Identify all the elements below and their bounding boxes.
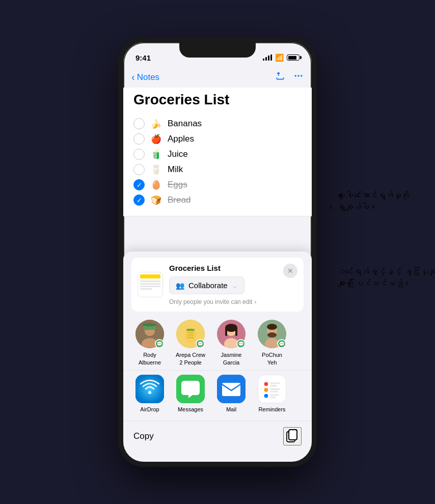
battery-fill — [288, 56, 296, 60]
svg-point-19 — [192, 334, 194, 336]
contact-badge-rody: 💬 — [155, 339, 164, 348]
svg-point-20 — [187, 337, 189, 339]
contact-item-jasmine[interactable]: 💬 JasmineGarcia — [213, 320, 250, 366]
svg-rect-45 — [270, 391, 278, 393]
item-text-bread: Bread — [168, 195, 191, 205]
svg-point-9 — [143, 323, 157, 326]
contact-item-rody[interactable]: 💬 RodyAlbuerne — [131, 320, 168, 366]
svg-point-18 — [189, 334, 192, 336]
note-thumbnail — [138, 272, 163, 297]
app-name-mail: Mail — [226, 406, 236, 412]
svg-rect-42 — [270, 385, 277, 386]
checkbox-milk[interactable] — [133, 164, 145, 175]
app-item-airdrop[interactable]: AirDrop — [131, 375, 168, 412]
app-item-messages[interactable]: Messages — [172, 375, 209, 412]
checklist-item-milk: 🥛 Milk — [133, 162, 302, 177]
contact-name-jasmine: JasmineGarcia — [221, 351, 242, 366]
item-emoji-bananas: 🍌 — [151, 119, 161, 129]
checklist-item-juice: 🧃 Juice — [133, 147, 302, 162]
share-card-info: Groceries List 👥 Collaborate ⌄ Only peop… — [169, 264, 297, 305]
svg-rect-41 — [270, 382, 280, 384]
annotation-1: ပူးပေါင်းဆောင်ရွက်မှုကိုရွေးချယ်ပါ။ — [337, 190, 409, 213]
wifi-icon: 📶 — [275, 53, 284, 62]
svg-point-46 — [264, 394, 268, 398]
svg-point-16 — [192, 331, 194, 333]
collaborate-section: 👥 Collaborate ⌄ — [169, 276, 297, 294]
share-button[interactable] — [275, 71, 285, 83]
signal-bar-2 — [265, 57, 267, 61]
apps-row: AirDrop Messages — [123, 370, 312, 421]
annotation-text-1: ပူးပေါင်းဆောင်ရွက်မှုကိုရွေးချယ်ပါ။ — [337, 190, 409, 213]
svg-point-2 — [301, 75, 302, 76]
signal-bar-4 — [270, 54, 272, 61]
svg-rect-44 — [270, 388, 280, 390]
note-content: Groceries List 🍌 Bananas 🍎 Apples 🧃 Juic… — [123, 88, 312, 216]
chevron-down-icon: ⌄ — [232, 282, 238, 290]
thumbnail-title-bar — [140, 274, 160, 278]
messages-icon — [176, 375, 205, 403]
collaborate-button[interactable]: 👥 Collaborate ⌄ — [169, 276, 244, 294]
contact-badge-jasmine: 💬 — [236, 339, 246, 348]
svg-point-1 — [297, 75, 299, 76]
signal-bar-3 — [268, 55, 269, 61]
checkbox-eggs[interactable]: ✓ — [133, 179, 145, 190]
svg-point-0 — [295, 75, 296, 76]
checkbox-juice[interactable] — [133, 149, 145, 160]
share-card-title: Groceries List — [169, 264, 297, 272]
copy-icon-button[interactable] — [283, 427, 302, 445]
mail-icon — [217, 375, 246, 403]
item-emoji-juice: 🧃 — [151, 149, 161, 160]
svg-rect-38 — [222, 383, 240, 396]
contact-badge-pochun: 💬 — [277, 339, 286, 348]
thumbnail-line-3 — [140, 286, 160, 287]
nav-bar: ‹ Notes — [123, 68, 312, 88]
item-text-bananas: Bananas — [168, 119, 202, 129]
nav-right-icons — [275, 71, 304, 83]
permissions-chevron-icon: › — [254, 298, 256, 305]
more-button[interactable] — [293, 71, 304, 83]
svg-point-17 — [187, 334, 189, 336]
contact-item-pochun[interactable]: 💬 PoChunYeh — [254, 320, 290, 366]
nav-back-button[interactable]: ‹ Notes — [131, 71, 159, 83]
app-name-reminders: Reminders — [258, 406, 285, 412]
contact-badge-arepa: 💬 — [196, 339, 205, 348]
share-sheet: Groceries List 👥 Collaborate ⌄ Only peop… — [123, 251, 312, 462]
thumbnail-line-2 — [140, 283, 160, 285]
bottom-bar: Copy — [123, 421, 312, 452]
contact-name-arepa: Arepa Crew2 People — [176, 351, 205, 366]
svg-point-40 — [264, 382, 268, 386]
svg-point-35 — [148, 391, 151, 394]
airdrop-icon — [135, 375, 164, 403]
app-name-messages: Messages — [178, 406, 203, 412]
app-item-reminders[interactable]: Reminders — [254, 375, 290, 412]
svg-point-21 — [189, 337, 192, 339]
checkbox-apples[interactable] — [133, 133, 145, 145]
item-text-apples: Apples — [168, 134, 194, 144]
svg-point-22 — [192, 337, 194, 339]
chevron-left-icon: ‹ — [131, 71, 135, 83]
collaborate-people-icon: 👥 — [176, 282, 184, 290]
contact-item-arepa[interactable]: 💬 Arepa Crew2 People — [172, 320, 209, 366]
status-icons: 📶 — [263, 53, 300, 62]
checkbox-bananas[interactable] — [133, 118, 145, 129]
contact-name-pochun: PoChunYeh — [262, 351, 282, 366]
notch — [179, 42, 256, 58]
app-item-mail[interactable]: Mail — [213, 375, 250, 412]
item-emoji-milk: 🥛 — [151, 164, 161, 175]
signal-bar-1 — [263, 59, 264, 61]
svg-rect-50 — [289, 430, 297, 440]
battery-icon — [287, 54, 300, 61]
checklist-item-apples: 🍎 Apples — [133, 131, 302, 147]
annotation-text-2: ဝင်ရောက်ခွင့်နှင့် ခွင့်ပြုချက်များကို ပ… — [337, 266, 435, 289]
permissions-text[interactable]: Only people you invite can edit › — [169, 298, 297, 305]
checklist-item-bananas: 🍌 Bananas — [133, 116, 302, 131]
svg-point-43 — [264, 388, 268, 392]
checkbox-bread[interactable]: ✓ — [133, 194, 145, 206]
svg-rect-13 — [186, 329, 195, 331]
svg-point-15 — [189, 331, 192, 333]
thumbnail-line-4 — [140, 288, 152, 290]
svg-rect-48 — [270, 397, 276, 398]
copy-button[interactable]: Copy — [133, 431, 154, 441]
contacts-row: 💬 RodyAlbuerne — [123, 312, 312, 370]
svg-rect-47 — [270, 395, 279, 396]
